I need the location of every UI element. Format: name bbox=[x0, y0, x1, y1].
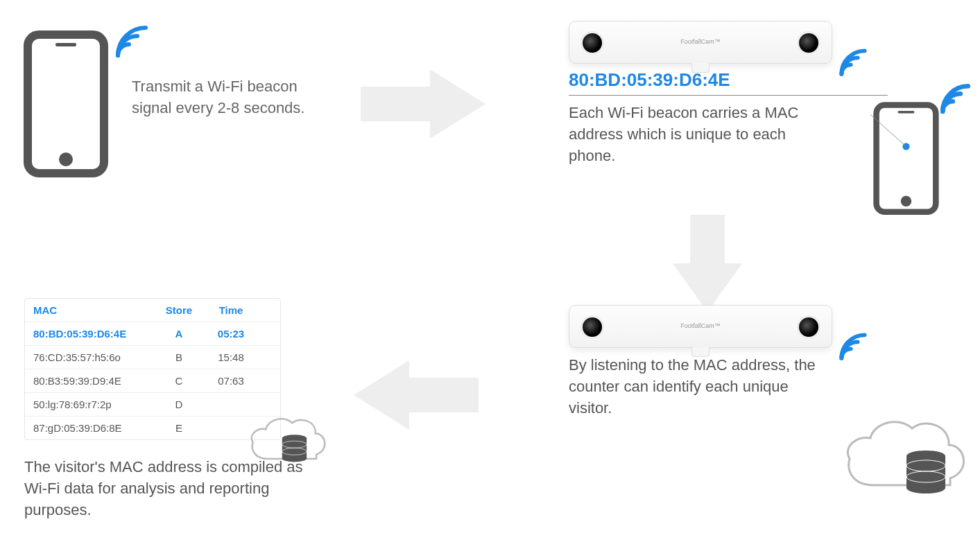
cell-mac: 87:gD:05:39:D6:8E bbox=[33, 422, 151, 434]
cell-store: B bbox=[151, 351, 207, 363]
cell-time: 15:48 bbox=[207, 351, 255, 363]
stage2-text: Each Wi-Fi beacon carries a MAC address … bbox=[569, 103, 832, 166]
device-mount-icon bbox=[691, 63, 710, 73]
col-mac: MAC bbox=[33, 304, 151, 316]
table-row: 80:B3:59:39:D9:4E C 07:63 bbox=[25, 369, 280, 393]
arrow-down-icon bbox=[666, 215, 749, 315]
table-header-row: MAC Store Time bbox=[25, 299, 280, 322]
cell-store: D bbox=[151, 399, 207, 410]
phone-with-text: Transmit a Wi-Fi beacon signal every 2-8… bbox=[21, 28, 326, 183]
cell-mac: 50:lg:78:69:r7:2p bbox=[33, 399, 151, 410]
lens-left-icon bbox=[581, 31, 604, 55]
table-row: 87:gD:05:39:D6:8E E bbox=[25, 417, 280, 439]
table-row: 76:CD:35:57:h5:6o B 15:48 bbox=[25, 346, 280, 369]
arrow-right-icon bbox=[361, 62, 485, 148]
wifi-icon bbox=[936, 80, 974, 121]
cloud-database-icon bbox=[246, 409, 329, 481]
col-time: Time bbox=[207, 304, 255, 316]
divider bbox=[569, 95, 888, 96]
table-row: 80:BD:05:39:D6:4E A 05:23 bbox=[25, 322, 280, 346]
lens-right-icon bbox=[797, 31, 820, 55]
cell-store: C bbox=[151, 375, 207, 387]
cell-store: A bbox=[151, 328, 207, 340]
lens-left-icon bbox=[581, 315, 604, 339]
table-row: 50:lg:78:69:r7:2p D bbox=[25, 393, 280, 417]
device-brand: FootfallCam™ bbox=[680, 38, 721, 45]
stage-device-mac: FootfallCam™ 80:BD:05:39:D6:4E Each Wi-F… bbox=[541, 21, 957, 166]
col-store: Store bbox=[151, 304, 207, 316]
stage3-text: By listening to the MAC address, the cou… bbox=[569, 355, 818, 419]
phone-icon bbox=[870, 83, 954, 225]
svg-point-1 bbox=[59, 152, 73, 166]
counter-device-icon: FootfallCam™ bbox=[569, 305, 832, 348]
cell-time: 07:63 bbox=[207, 375, 255, 387]
svg-point-4 bbox=[901, 196, 911, 207]
device-mount-icon bbox=[691, 347, 710, 357]
cell-mac: 76:CD:35:57:h5:6o bbox=[33, 351, 151, 363]
stage-device-listen: FootfallCam™ By listening to the MAC add… bbox=[541, 305, 971, 419]
wifi-icon bbox=[836, 45, 870, 82]
lens-right-icon bbox=[797, 315, 820, 339]
cloud-database-icon bbox=[839, 409, 971, 516]
svg-rect-5 bbox=[897, 111, 914, 113]
cell-store: E bbox=[151, 422, 207, 434]
svg-rect-2 bbox=[55, 43, 76, 46]
cell-mac: 80:B3:59:39:D9:4E bbox=[33, 375, 151, 387]
counter-device-icon: FootfallCam™ bbox=[569, 21, 832, 64]
arrow-left-icon bbox=[354, 353, 479, 439]
cell-time: 05:23 bbox=[207, 328, 255, 340]
phone-icon bbox=[21, 28, 118, 183]
stage-phone-transmit: Transmit a Wi-Fi beacon signal every 2-8… bbox=[21, 28, 326, 183]
cell-mac: 80:BD:05:39:D6:4E bbox=[33, 328, 151, 340]
device-brand: FootfallCam™ bbox=[680, 322, 721, 329]
wifi-icon bbox=[111, 21, 153, 65]
wifi-icon bbox=[836, 329, 870, 367]
stage-data-table: MAC Store Time 80:BD:05:39:D6:4E A 05:23… bbox=[24, 298, 336, 521]
mac-table: MAC Store Time 80:BD:05:39:D6:4E A 05:23… bbox=[24, 298, 281, 440]
stage1-text: Transmit a Wi-Fi beacon signal every 2-8… bbox=[132, 76, 305, 119]
